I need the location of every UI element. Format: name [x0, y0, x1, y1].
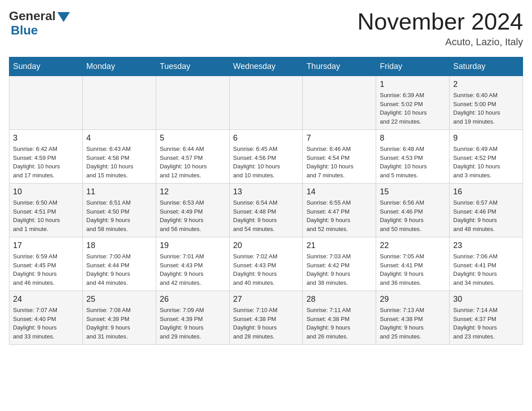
day-number: 21: [306, 241, 372, 250]
calendar-cell: 21Sunrise: 7:03 AM Sunset: 4:42 PM Dayli…: [303, 237, 376, 291]
calendar-cell: 4Sunrise: 6:43 AM Sunset: 4:58 PM Daylig…: [82, 130, 156, 184]
day-number: 24: [13, 295, 79, 304]
location-text: Acuto, Lazio, Italy: [357, 36, 523, 48]
day-info: Sunrise: 6:56 AM Sunset: 4:46 PM Dayligh…: [380, 198, 446, 233]
calendar-cell: 27Sunrise: 7:10 AM Sunset: 4:38 PM Dayli…: [229, 291, 303, 345]
calendar-cell: 28Sunrise: 7:11 AM Sunset: 4:38 PM Dayli…: [303, 291, 376, 345]
day-info: Sunrise: 7:00 AM Sunset: 4:44 PM Dayligh…: [86, 252, 152, 287]
day-number: 25: [86, 295, 152, 304]
day-info: Sunrise: 7:05 AM Sunset: 4:41 PM Dayligh…: [380, 252, 446, 287]
calendar-cell: 20Sunrise: 7:02 AM Sunset: 4:43 PM Dayli…: [229, 237, 303, 291]
day-number: 28: [306, 295, 372, 304]
weekday-header-tuesday: Tuesday: [156, 57, 229, 76]
day-info: Sunrise: 6:54 AM Sunset: 4:48 PM Dayligh…: [233, 198, 299, 233]
day-number: 17: [13, 241, 79, 250]
calendar-cell: 17Sunrise: 6:59 AM Sunset: 4:45 PM Dayli…: [9, 237, 83, 291]
day-number: 2: [453, 80, 519, 89]
calendar-cell: 6Sunrise: 6:45 AM Sunset: 4:56 PM Daylig…: [229, 130, 303, 184]
day-number: 6: [233, 133, 299, 143]
day-info: Sunrise: 6:57 AM Sunset: 4:46 PM Dayligh…: [453, 198, 519, 233]
calendar-cell: 2Sunrise: 6:40 AM Sunset: 5:00 PM Daylig…: [450, 76, 523, 130]
calendar-cell: 5Sunrise: 6:44 AM Sunset: 4:57 PM Daylig…: [156, 130, 229, 184]
day-number: 19: [160, 241, 226, 250]
day-number: 23: [453, 241, 519, 250]
logo-general-text: General: [9, 9, 56, 23]
weekday-header-row: SundayMondayTuesdayWednesdayThursdayFrid…: [9, 57, 523, 76]
calendar-cell: 15Sunrise: 6:56 AM Sunset: 4:46 PM Dayli…: [376, 184, 450, 237]
calendar-cell: [229, 76, 303, 130]
calendar-week-row: 10Sunrise: 6:50 AM Sunset: 4:51 PM Dayli…: [9, 184, 523, 237]
logo-triangle-icon: [57, 12, 70, 22]
calendar-week-row: 24Sunrise: 7:07 AM Sunset: 4:40 PM Dayli…: [9, 291, 523, 345]
day-info: Sunrise: 6:48 AM Sunset: 4:53 PM Dayligh…: [380, 145, 446, 180]
day-info: Sunrise: 6:51 AM Sunset: 4:50 PM Dayligh…: [86, 198, 152, 233]
day-number: 18: [86, 241, 152, 250]
day-number: 7: [306, 133, 372, 143]
calendar-cell: 13Sunrise: 6:54 AM Sunset: 4:48 PM Dayli…: [229, 184, 303, 237]
day-number: 1: [380, 80, 446, 89]
day-number: 27: [233, 295, 299, 304]
calendar-cell: 16Sunrise: 6:57 AM Sunset: 4:46 PM Dayli…: [450, 184, 523, 237]
month-title: November 2024: [357, 9, 523, 34]
calendar-cell: 24Sunrise: 7:07 AM Sunset: 4:40 PM Dayli…: [9, 291, 83, 345]
calendar-cell: 12Sunrise: 6:53 AM Sunset: 4:49 PM Dayli…: [156, 184, 229, 237]
day-number: 10: [13, 187, 79, 197]
day-info: Sunrise: 7:01 AM Sunset: 4:43 PM Dayligh…: [160, 252, 226, 287]
day-info: Sunrise: 7:06 AM Sunset: 4:41 PM Dayligh…: [453, 252, 519, 287]
calendar-cell: 30Sunrise: 7:14 AM Sunset: 4:37 PM Dayli…: [450, 291, 523, 345]
calendar-cell: [303, 76, 376, 130]
calendar-week-row: 1Sunrise: 6:39 AM Sunset: 5:02 PM Daylig…: [9, 76, 523, 130]
title-section: November 2024 Acuto, Lazio, Italy: [357, 9, 523, 48]
day-number: 14: [306, 187, 372, 197]
calendar-cell: 18Sunrise: 7:00 AM Sunset: 4:44 PM Dayli…: [82, 237, 156, 291]
day-number: 15: [380, 187, 446, 197]
day-info: Sunrise: 6:42 AM Sunset: 4:59 PM Dayligh…: [13, 145, 79, 180]
day-number: 29: [380, 295, 446, 304]
day-number: 9: [453, 133, 519, 143]
calendar-cell: [9, 76, 83, 130]
day-info: Sunrise: 6:46 AM Sunset: 4:54 PM Dayligh…: [306, 145, 372, 180]
weekday-header-thursday: Thursday: [303, 57, 376, 76]
day-info: Sunrise: 6:59 AM Sunset: 4:45 PM Dayligh…: [13, 252, 79, 287]
day-info: Sunrise: 6:44 AM Sunset: 4:57 PM Dayligh…: [160, 145, 226, 180]
day-info: Sunrise: 7:09 AM Sunset: 4:39 PM Dayligh…: [160, 306, 226, 341]
calendar-cell: [82, 76, 156, 130]
logo-blue-text: Blue: [11, 23, 38, 38]
calendar-cell: 3Sunrise: 6:42 AM Sunset: 4:59 PM Daylig…: [9, 130, 83, 184]
day-info: Sunrise: 7:02 AM Sunset: 4:43 PM Dayligh…: [233, 252, 299, 287]
calendar-cell: 8Sunrise: 6:48 AM Sunset: 4:53 PM Daylig…: [376, 130, 450, 184]
calendar-week-row: 17Sunrise: 6:59 AM Sunset: 4:45 PM Dayli…: [9, 237, 523, 291]
day-info: Sunrise: 6:39 AM Sunset: 5:02 PM Dayligh…: [380, 91, 446, 126]
day-info: Sunrise: 7:14 AM Sunset: 4:37 PM Dayligh…: [453, 306, 519, 341]
day-number: 20: [233, 241, 299, 250]
day-info: Sunrise: 7:13 AM Sunset: 4:38 PM Dayligh…: [380, 306, 446, 341]
logo: General Blue: [9, 9, 70, 38]
day-number: 22: [380, 241, 446, 250]
day-number: 12: [160, 187, 226, 197]
day-info: Sunrise: 6:53 AM Sunset: 4:49 PM Dayligh…: [160, 198, 226, 233]
calendar-cell: 22Sunrise: 7:05 AM Sunset: 4:41 PM Dayli…: [376, 237, 450, 291]
calendar-cell: 10Sunrise: 6:50 AM Sunset: 4:51 PM Dayli…: [9, 184, 83, 237]
calendar-cell: 29Sunrise: 7:13 AM Sunset: 4:38 PM Dayli…: [376, 291, 450, 345]
calendar-cell: 19Sunrise: 7:01 AM Sunset: 4:43 PM Dayli…: [156, 237, 229, 291]
calendar-cell: 7Sunrise: 6:46 AM Sunset: 4:54 PM Daylig…: [303, 130, 376, 184]
day-info: Sunrise: 7:10 AM Sunset: 4:38 PM Dayligh…: [233, 306, 299, 341]
weekday-header-wednesday: Wednesday: [229, 57, 303, 76]
day-info: Sunrise: 7:11 AM Sunset: 4:38 PM Dayligh…: [306, 306, 372, 341]
day-info: Sunrise: 6:55 AM Sunset: 4:47 PM Dayligh…: [306, 198, 372, 233]
day-number: 26: [160, 295, 226, 304]
weekday-header-saturday: Saturday: [450, 57, 523, 76]
calendar-cell: [156, 76, 229, 130]
day-info: Sunrise: 7:07 AM Sunset: 4:40 PM Dayligh…: [13, 306, 79, 341]
day-info: Sunrise: 6:45 AM Sunset: 4:56 PM Dayligh…: [233, 145, 299, 180]
day-number: 13: [233, 187, 299, 197]
day-info: Sunrise: 7:08 AM Sunset: 4:39 PM Dayligh…: [86, 306, 152, 341]
day-number: 30: [453, 295, 519, 304]
day-number: 4: [86, 133, 152, 143]
calendar-cell: 23Sunrise: 7:06 AM Sunset: 4:41 PM Dayli…: [450, 237, 523, 291]
calendar-cell: 1Sunrise: 6:39 AM Sunset: 5:02 PM Daylig…: [376, 76, 450, 130]
day-info: Sunrise: 6:40 AM Sunset: 5:00 PM Dayligh…: [453, 91, 519, 126]
day-number: 16: [453, 187, 519, 197]
calendar-cell: 9Sunrise: 6:49 AM Sunset: 4:52 PM Daylig…: [450, 130, 523, 184]
day-number: 3: [13, 133, 79, 143]
